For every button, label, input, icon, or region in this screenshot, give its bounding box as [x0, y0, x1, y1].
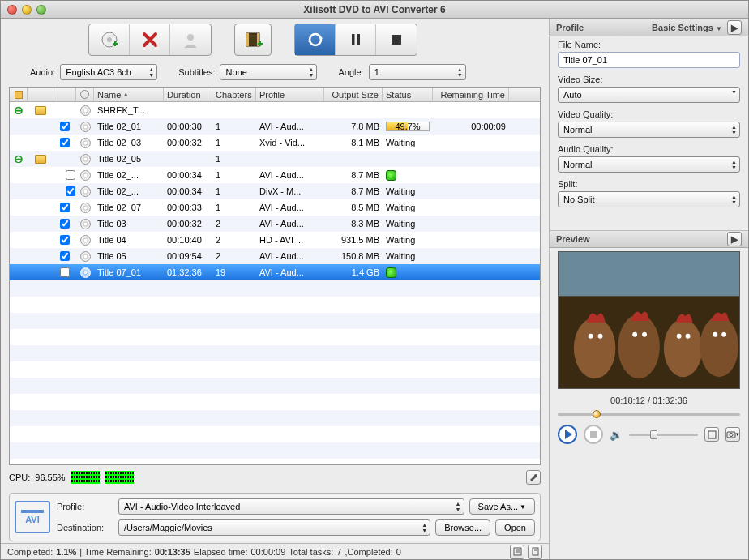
cell-status: Waiting	[383, 203, 433, 212]
row-checkbox[interactable]	[60, 251, 70, 261]
remove-button[interactable]	[130, 24, 170, 55]
collapse-icon[interactable]: ⊖	[14, 155, 24, 163]
row-checkbox[interactable]	[66, 170, 75, 180]
table-row[interactable]: Title 0400:10:402HD - AVI ...931.5 MBWai…	[10, 232, 540, 248]
open-button[interactable]: Open	[495, 519, 535, 536]
add-disc-button[interactable]	[89, 24, 130, 55]
table-row[interactable]: Title 0500:09:542AVI - Aud...150.8 MBWai…	[10, 248, 540, 264]
stop-button[interactable]	[376, 24, 417, 55]
collapse-preview-button[interactable]: ▶	[727, 232, 742, 246]
collapse-profile-button[interactable]: ▶	[727, 20, 742, 35]
cell-name: Title 02_...	[94, 186, 164, 196]
cell-dur: 00:09:54	[164, 251, 212, 261]
table-row[interactable]: Title 0300:00:322AVI - Aud...8.3 MBWaiti…	[10, 216, 540, 232]
file-table: Name▲ Duration Chapters Profile Output S…	[9, 87, 541, 465]
cell-chap: 2	[212, 235, 256, 245]
audioquality-label: Audio Quality:	[558, 144, 740, 154]
split-select[interactable]: No Split▲▼	[558, 191, 740, 207]
cell-name: SHREK_T...	[94, 105, 164, 115]
cell-dur: 01:32:36	[164, 267, 212, 277]
cell-name: Title 02_...	[94, 170, 164, 180]
table-row[interactable]: Title 02_0300:00:321Xvid - Vid...8.1 MBW…	[10, 135, 540, 151]
subtitles-select[interactable]: None▲▼	[220, 64, 317, 80]
stop-preview-button[interactable]	[584, 425, 603, 444]
svg-rect-17	[533, 548, 538, 555]
col-profile[interactable]: Profile	[256, 88, 324, 101]
basic-settings-dropdown[interactable]: Basic Settings ▼	[652, 23, 722, 32]
collapse-icon[interactable]: ⊖	[14, 106, 24, 114]
user-button[interactable]	[170, 24, 211, 55]
speaker-icon[interactable]: 🔉	[610, 429, 623, 441]
split-label: Split:	[558, 179, 740, 189]
col-duration[interactable]: Duration	[164, 88, 212, 101]
svg-point-32	[721, 332, 726, 337]
select-all-icon[interactable]	[15, 91, 23, 99]
svg-point-30	[686, 334, 691, 339]
cpu-graph-icon	[71, 471, 100, 484]
svg-rect-11	[357, 34, 360, 45]
profile-select[interactable]: AVI - Audio-Video Interleaved▲▼	[118, 498, 464, 515]
audioquality-select[interactable]: Normal▲▼	[558, 156, 740, 173]
destination-select[interactable]: /Users/Maggie/Movies▲▼	[118, 519, 430, 536]
col-chapters[interactable]: Chapters	[212, 88, 256, 101]
table-row[interactable]: Title 02_...00:00:341DivX - M...8.7 MBWa…	[10, 183, 540, 199]
row-checkbox[interactable]	[60, 235, 70, 245]
row-checkbox[interactable]	[60, 138, 70, 147]
settings-button[interactable]	[526, 470, 541, 485]
cell-prof: AVI - Aud...	[256, 170, 324, 180]
status-bar: Completed: 1.1% | Time Remaining: 00:13:…	[1, 543, 549, 559]
row-checkbox[interactable]	[60, 122, 70, 131]
col-remaining[interactable]: Remaining Time	[433, 88, 509, 101]
disc-icon	[80, 154, 91, 165]
convert-button[interactable]	[295, 24, 336, 55]
disc-icon	[80, 170, 91, 181]
cell-prof: AVI - Aud...	[256, 251, 324, 261]
cell-name: Title 07_01	[94, 267, 164, 277]
volume-slider[interactable]	[629, 434, 698, 436]
cell-status: 49.7%	[383, 122, 433, 131]
clip-button[interactable]	[234, 24, 272, 56]
subtitles-label: Subtitles:	[178, 67, 215, 77]
fullscreen-button[interactable]	[704, 427, 719, 442]
svg-point-22	[618, 314, 660, 378]
table-row[interactable]: ⊖Title 02_051	[10, 151, 540, 167]
cell-dur: 00:00:32	[164, 219, 212, 229]
table-row[interactable]: Title 02_0100:00:301AVI - Aud...7.8 MB49…	[10, 118, 540, 135]
audio-select[interactable]: English AC3 6ch▲▼	[60, 64, 157, 80]
row-checkbox[interactable]	[60, 203, 70, 212]
row-checkbox[interactable]	[60, 219, 70, 229]
pause-button[interactable]	[336, 24, 376, 55]
browse-button[interactable]: Browse...	[435, 519, 490, 536]
log-button[interactable]	[510, 545, 524, 559]
cell-dur: 00:00:34	[164, 186, 212, 196]
svg-point-31	[713, 332, 717, 337]
cell-chap: 1	[212, 154, 256, 164]
col-outputsize[interactable]: Output Size	[324, 88, 383, 101]
filename-input[interactable]	[558, 52, 740, 68]
row-checkbox[interactable]	[60, 267, 70, 277]
videosize-select[interactable]: Auto▼	[558, 87, 740, 103]
angle-select[interactable]: 1▲▼	[369, 64, 466, 80]
videoquality-select[interactable]: Normal▲▼	[558, 122, 740, 138]
saveas-button[interactable]: Save As... ▼	[469, 498, 535, 515]
play-button[interactable]	[558, 425, 577, 444]
col-name[interactable]: Name▲	[94, 88, 164, 101]
svg-rect-12	[392, 35, 401, 45]
table-row[interactable]: Title 02_...00:00:341AVI - Aud...8.7 MB	[10, 167, 540, 183]
table-row[interactable]: Title 02_0700:00:331AVI - Aud...8.5 MBWa…	[10, 199, 540, 216]
cell-status: Waiting	[383, 138, 433, 147]
report-button[interactable]	[528, 545, 542, 559]
cell-name: Title 02_07	[94, 203, 164, 212]
disc-icon	[80, 251, 91, 262]
cpu-graph-icon	[105, 471, 134, 484]
table-row[interactable]: Title 07_0101:32:3619AVI - Aud...1.4 GB	[10, 264, 540, 280]
cell-prof: AVI - Aud...	[256, 219, 324, 229]
col-status[interactable]: Status	[383, 88, 433, 101]
cell-status	[383, 267, 433, 278]
row-checkbox[interactable]	[66, 186, 75, 196]
table-row[interactable]: ⊖SHREK_T...	[10, 102, 540, 118]
cell-size: 8.7 MB	[324, 170, 383, 180]
svg-point-25	[588, 334, 593, 339]
scrub-slider[interactable]	[558, 408, 740, 420]
snapshot-button[interactable]: ▾	[725, 427, 740, 442]
